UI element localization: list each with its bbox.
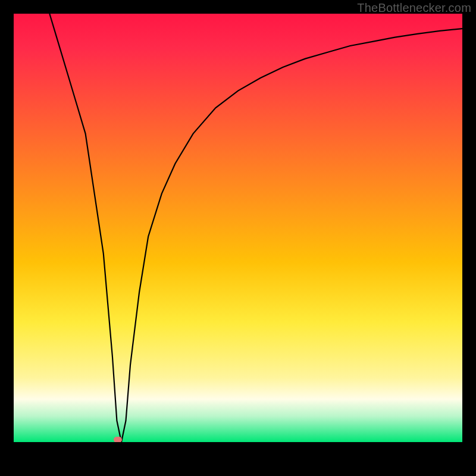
chart-frame (14, 14, 462, 462)
bottleneck-curve (14, 14, 462, 442)
x-axis-strip (14, 442, 462, 462)
attribution-text: TheBottlenecker.com (357, 1, 471, 15)
